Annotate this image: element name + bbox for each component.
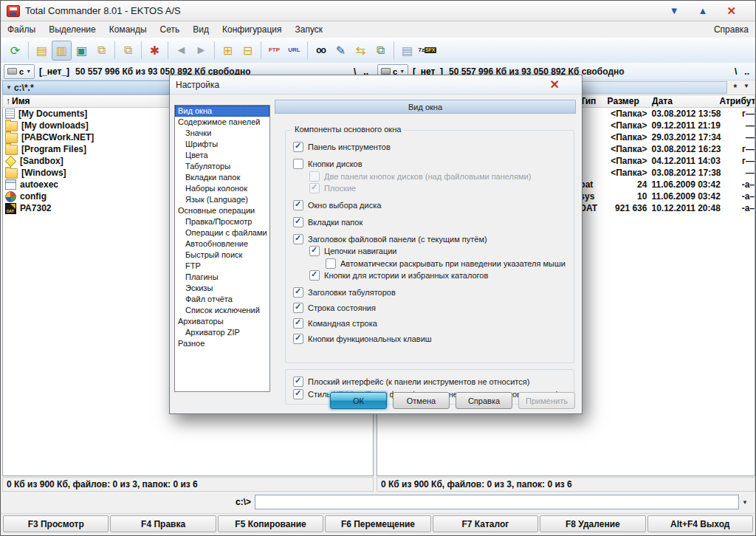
checkbox-drive-combo[interactable]: Окно выбора диска <box>293 199 568 210</box>
view-thumbnails-icon[interactable]: ▣ <box>72 41 92 61</box>
column-attr[interactable]: Атрибуты <box>719 96 755 106</box>
history-button[interactable]: ▼ <box>743 83 749 93</box>
tree-item-ignore-list[interactable]: Список исключений <box>175 305 269 316</box>
cancel-button[interactable]: Отмена <box>393 392 450 409</box>
tree-item-edit-view[interactable]: Правка/Просмотр <box>175 216 269 227</box>
menu-commands[interactable]: Команды <box>103 22 154 37</box>
folder-icon <box>5 121 18 131</box>
breadcrumb-chevron-icon[interactable]: ▼ <box>6 84 12 91</box>
tree-item-thumbnails[interactable]: Эскизы <box>175 283 269 294</box>
minimize-button[interactable]: ▼ <box>670 6 679 16</box>
sync-dirs-icon[interactable]: ⇆ <box>351 41 371 61</box>
f6-move-button[interactable]: F6 Перемещение <box>325 515 430 532</box>
new-connection-icon[interactable]: ✱ <box>145 41 165 61</box>
checkbox-panel-header[interactable]: Заголовок файловой панели (с текущим пут… <box>293 233 568 244</box>
altf4-exit-button[interactable]: Alt+F4 Выход <box>647 515 753 532</box>
checkbox-auto-expand-on-hover[interactable]: Автоматически раскрывать при наведении у… <box>326 258 568 269</box>
file-type: sys <box>580 191 607 202</box>
checkbox-folder-tabs[interactable]: Вкладки папок <box>293 216 568 227</box>
tree-item-panel-contents[interactable]: Содержимое панелей <box>175 117 269 128</box>
dialog-close-icon[interactable]: ✕ <box>550 78 576 92</box>
f4-edit-button[interactable]: F4 Правка <box>110 515 216 532</box>
column-type[interactable]: Тип <box>580 96 608 106</box>
checkbox-function-keys[interactable]: Кнопки функциональных клавиш <box>293 333 568 344</box>
drive-combo-left[interactable]: c ▼ <box>4 64 35 79</box>
notepad-icon[interactable]: ▤ <box>397 41 417 61</box>
forward-icon[interactable]: ► <box>191 41 211 61</box>
command-history-dropdown-icon[interactable]: ▼ <box>739 499 751 506</box>
menu-configuration[interactable]: Конфигурация <box>216 22 289 37</box>
checkbox-drive-buttons[interactable]: Кнопки дисков <box>293 158 568 169</box>
tree-item-zip-packer[interactable]: Архиватор ZIP <box>175 327 269 338</box>
tree-item-packers[interactable]: Архиваторы <box>175 316 269 327</box>
menu-start[interactable]: Запуск <box>289 22 330 37</box>
file-date: 11.06.2009 03:42 <box>647 191 719 202</box>
window-title: Total Commander 8.01 - EKTOS A/S <box>25 5 181 16</box>
tree-item-tabstops[interactable]: Табуляторы <box>175 161 269 172</box>
tree-item-fonts[interactable]: Шрифты <box>175 139 269 150</box>
maximize-button[interactable]: ▲ <box>698 6 708 16</box>
column-size[interactable]: Размер <box>608 96 648 106</box>
ok-button[interactable]: ОК <box>330 392 387 409</box>
root-dir-button-right[interactable]: \ <box>735 66 737 77</box>
ftp-url-icon[interactable]: URL <box>284 41 304 61</box>
tree-item-refresh[interactable]: Автообновление <box>175 238 269 250</box>
parent-dir-button-right[interactable]: .. <box>744 66 749 77</box>
checkbox-history-hotlist-buttons[interactable]: Кнопки для истории и избранных каталогов <box>309 269 568 281</box>
menu-files[interactable]: Файлы <box>1 22 42 37</box>
tree-item-operation[interactable]: Основные операции <box>175 205 269 216</box>
checkbox-tab-headers[interactable]: Заголовки табуляторов <box>293 286 568 298</box>
multi-rename-icon[interactable]: ✎ <box>331 41 351 61</box>
menu-net[interactable]: Сеть <box>154 22 187 37</box>
tree-item-icons[interactable]: Значки <box>175 128 269 139</box>
column-name[interactable]: Имя <box>12 96 30 106</box>
checkbox-flat-interface[interactable]: Плоский интерфейс (к панели инструментов… <box>293 376 568 387</box>
menu-help[interactable]: Справка <box>707 22 755 37</box>
tree-item-language[interactable]: Язык (Language) <box>175 194 269 205</box>
tree-item-plugins[interactable]: Плагины <box>175 272 269 283</box>
view-tree-icon[interactable]: ⧉ <box>92 41 111 61</box>
f5-copy-button[interactable]: F5 Копирование <box>218 515 323 532</box>
close-button[interactable]: ✕ <box>726 6 736 16</box>
f8-delete-button[interactable]: F8 Удаление <box>540 515 645 532</box>
f3-view-button[interactable]: F3 Просмотр <box>3 515 109 532</box>
favorites-button[interactable]: * <box>733 83 737 93</box>
checkbox-two-drive-bars[interactable]: Две панели кнопок дисков (над файловыми … <box>309 171 568 182</box>
new-tree-panel-icon[interactable]: ⧉ <box>118 41 138 61</box>
view-brief-icon[interactable]: ▥ <box>52 41 72 61</box>
tree-item-ftp[interactable]: FTP <box>175 261 269 272</box>
checkbox-status-bar[interactable]: Строка состояния <box>293 302 568 313</box>
ftp-connect-icon[interactable]: FTP <box>264 41 284 61</box>
f7-mkdir-button[interactable]: F7 Каталог <box>433 515 538 532</box>
7z-sfx-icon[interactable]: 7zSFX <box>417 41 437 61</box>
drive-label-left[interactable]: [_нет_] <box>39 66 69 77</box>
menu-show[interactable]: Вид <box>186 22 216 37</box>
search-icon[interactable]: oo <box>311 41 331 61</box>
tree-item-file-ops[interactable]: Операции с файлами <box>175 227 269 238</box>
settings-tree[interactable]: Вид окна Содержимое панелей Значки Шрифт… <box>174 105 270 392</box>
back-icon[interactable]: ◄ <box>171 41 191 61</box>
checkbox-breadcrumbs[interactable]: Цепочки навигации <box>309 245 568 256</box>
tree-item-colors[interactable]: Цвета <box>175 150 269 161</box>
tree-item-log-file[interactable]: Файл отчёта <box>175 294 269 305</box>
column-date[interactable]: Дата <box>647 96 719 106</box>
tree-item-folder-tabs[interactable]: Вкладки папок <box>175 172 269 183</box>
unpack-files-icon[interactable]: ⊟ <box>238 41 258 61</box>
view-full-icon[interactable]: ▤ <box>32 41 52 61</box>
tree-item-misc[interactable]: Разное <box>175 338 269 349</box>
help-button[interactable]: Справка <box>456 392 512 409</box>
tree-item-quick-search[interactable]: Быстрый поиск <box>175 250 269 261</box>
checkbox-flat-drive-buttons[interactable]: Плоские <box>309 182 568 193</box>
refresh-icon[interactable]: ⟳ <box>5 41 25 61</box>
apply-button[interactable]: Применить <box>518 392 575 409</box>
checkbox-command-line[interactable]: Командная строка <box>293 317 568 329</box>
clipboard-icon[interactable]: ⧉ <box>371 41 391 61</box>
checkbox-toolbar[interactable]: Панель инструментов <box>293 141 568 152</box>
title-bar: Total Commander 8.01 - EKTOS A/S ▼ ▲ ✕ <box>1 1 755 21</box>
dialog-title-bar[interactable]: Настройка ✕ <box>170 75 582 95</box>
tree-item-custom-columns[interactable]: Наборы колонок <box>175 183 269 194</box>
command-line-input[interactable] <box>255 495 739 509</box>
menu-mark[interactable]: Выделение <box>42 22 103 37</box>
pack-files-icon[interactable]: ⊞ <box>218 41 238 61</box>
tree-item-layout[interactable]: Вид окна <box>175 106 269 117</box>
